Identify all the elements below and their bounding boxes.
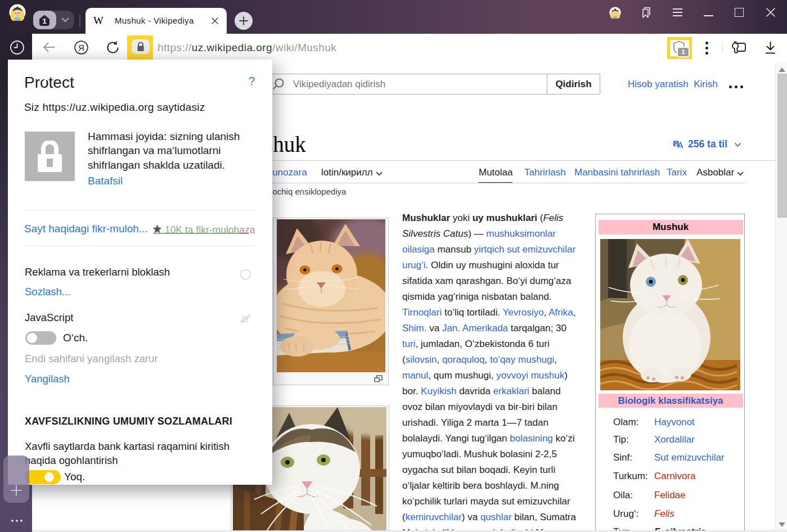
- svg-text:Я: Я: [78, 43, 84, 52]
- svg-text:JS: JS: [240, 315, 249, 323]
- svg-text:1: 1: [42, 17, 46, 25]
